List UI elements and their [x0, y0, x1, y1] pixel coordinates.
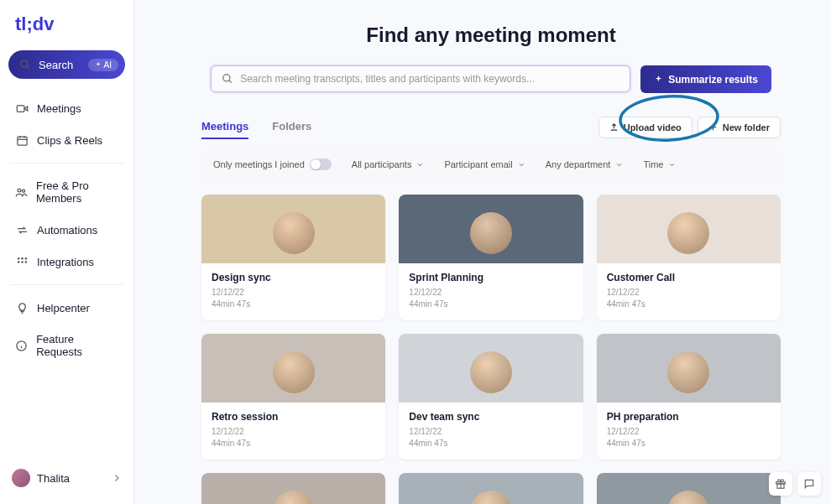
user-menu[interactable]: Thalita: [7, 462, 127, 494]
svg-point-0: [21, 60, 28, 67]
tab-folders[interactable]: Folders: [272, 115, 311, 139]
meeting-card[interactable]: Design sync 12/12/22 44min 47s: [201, 195, 385, 320]
meeting-title: PH preparation: [607, 411, 771, 423]
new-folder-button[interactable]: New folder: [698, 117, 781, 138]
meeting-duration: 44min 47s: [409, 299, 572, 310]
chevron-down-icon: [416, 161, 424, 169]
svg-point-18: [223, 75, 230, 81]
svg-line-1: [27, 66, 29, 69]
search-button[interactable]: Search AI: [8, 50, 125, 79]
meeting-date: 12/12/22: [409, 287, 572, 299]
tabs-row: Meetings Folders Upload video New folder: [201, 115, 781, 139]
sidebar-item-label: Free & Pro Members: [36, 179, 118, 205]
svg-point-14: [24, 261, 27, 263]
sidebar-item-label: Feature Requests: [36, 333, 118, 358]
grid-icon: [15, 255, 29, 268]
svg-rect-2: [17, 105, 24, 112]
meeting-card[interactable]: [201, 473, 385, 504]
meeting-thumbnail: [597, 473, 781, 504]
meeting-card[interactable]: Sprint Planning 12/12/22 44min 47s: [399, 195, 583, 320]
filter-time[interactable]: Time: [643, 159, 676, 169]
filters-bar: Only meetings I joined All participants …: [201, 151, 781, 178]
gift-icon: [775, 478, 787, 490]
filter-only-joined[interactable]: Only meetings I joined: [213, 158, 332, 170]
meeting-duration: 44min 47s: [409, 438, 572, 449]
meeting-card[interactable]: [597, 473, 781, 504]
search-icon: [222, 73, 233, 85]
filter-participants[interactable]: All participants: [352, 159, 425, 169]
meeting-title: Design sync: [212, 272, 375, 283]
svg-point-12: [17, 261, 19, 263]
meeting-thumbnail: [399, 334, 583, 403]
meeting-title: Retro session: [212, 411, 375, 423]
bulb-icon: [15, 301, 29, 314]
meeting-thumbnail: [399, 473, 583, 504]
chevron-down-icon: [615, 161, 623, 169]
meeting-thumbnail: [597, 334, 781, 403]
search-label: Search: [39, 59, 73, 71]
meeting-card[interactable]: Dev team sync 12/12/22 44min 47s: [399, 334, 583, 460]
meeting-title: Sprint Planning: [409, 272, 572, 283]
sidebar-item-helpcenter[interactable]: Helpcenter: [7, 292, 127, 324]
toggle[interactable]: [310, 158, 332, 170]
summarize-button[interactable]: Summarize results: [640, 65, 771, 93]
meeting-date: 12/12/22: [607, 287, 771, 299]
meeting-thumbnail: [399, 195, 583, 263]
sidebar-item-label: Helpcenter: [37, 302, 90, 314]
calendar-icon: [15, 133, 29, 147]
svg-point-11: [24, 257, 27, 259]
chevron-right-icon: [112, 473, 122, 483]
avatar: [12, 469, 30, 487]
meeting-card[interactable]: Customer Call 12/12/22 44min 47s: [597, 195, 781, 320]
meeting-grid: Design sync 12/12/22 44min 47s Sprint Pl…: [201, 195, 781, 504]
sidebar: tl;dv Search AI Meetings Clips & Reels F…: [0, 0, 134, 504]
upload-video-button[interactable]: Upload video: [598, 117, 692, 138]
meeting-duration: 44min 47s: [607, 299, 771, 310]
search-input-wrapper[interactable]: [211, 65, 630, 92]
tab-meetings[interactable]: Meetings: [201, 115, 248, 139]
divider: [10, 284, 123, 285]
svg-point-7: [18, 189, 21, 192]
meeting-date: 12/12/22: [212, 287, 375, 299]
chevron-down-icon: [518, 161, 525, 169]
meeting-title: Dev team sync: [409, 411, 572, 423]
meeting-thumbnail: [201, 473, 385, 504]
meeting-duration: 44min 47s: [212, 299, 375, 310]
meeting-card[interactable]: PH preparation 12/12/22 44min 47s: [597, 334, 781, 460]
meeting-card[interactable]: [399, 473, 583, 504]
filter-email[interactable]: Participant email: [444, 159, 525, 169]
meeting-thumbnail: [597, 195, 781, 263]
meeting-thumbnail: [201, 334, 385, 403]
sidebar-item-label: Integrations: [37, 256, 94, 268]
sidebar-item-automations[interactable]: Automations: [7, 214, 127, 246]
sidebar-item-clips[interactable]: Clips & Reels: [7, 124, 127, 156]
meeting-thumbnail: [201, 195, 385, 263]
filter-department[interactable]: Any department: [546, 159, 624, 169]
gift-button[interactable]: [769, 472, 792, 496]
svg-rect-3: [17, 137, 26, 145]
info-icon: [15, 339, 28, 352]
meeting-title: Customer Call: [607, 272, 771, 283]
main: Find any meeting moment Summarize result…: [134, 0, 831, 504]
chat-icon: [803, 478, 815, 490]
user-name: Thalita: [37, 472, 105, 485]
svg-line-19: [229, 81, 232, 83]
divider: [10, 163, 123, 164]
video-icon: [15, 101, 29, 115]
meeting-date: 12/12/22: [409, 426, 572, 438]
search-input[interactable]: [240, 73, 619, 85]
sidebar-item-feature-requests[interactable]: Feature Requests: [7, 324, 127, 367]
logo: tl;dv: [7, 10, 127, 47]
chat-button[interactable]: [797, 472, 821, 496]
meeting-card[interactable]: Retro session 12/12/22 44min 47s: [201, 334, 385, 460]
sidebar-item-integrations[interactable]: Integrations: [7, 246, 127, 278]
sidebar-item-meetings[interactable]: Meetings: [7, 92, 127, 124]
svg-point-8: [22, 190, 24, 192]
meeting-duration: 44min 47s: [212, 438, 375, 449]
meeting-date: 12/12/22: [212, 426, 375, 438]
arrows-icon: [15, 223, 29, 236]
search-icon: [18, 58, 32, 71]
svg-point-13: [21, 261, 24, 263]
sidebar-item-members[interactable]: Free & Pro Members: [7, 170, 127, 214]
sidebar-item-label: Automations: [37, 224, 97, 236]
